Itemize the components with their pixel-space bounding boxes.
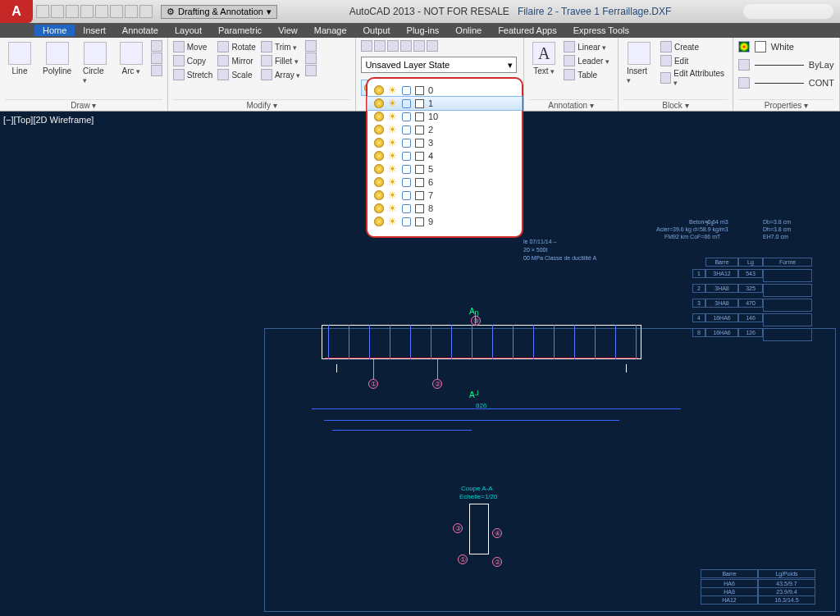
tb-line: Beton=0.64 m3 (689, 219, 728, 225)
lineweight-combo[interactable]: ByLay (738, 58, 834, 71)
app-logo[interactable]: A (0, 0, 33, 23)
layer-option-3[interactable]: ☀3 (368, 136, 522, 149)
stretch-button[interactable]: Stretch (173, 68, 213, 81)
tab-manage[interactable]: Manage (306, 25, 355, 36)
layer-option-8[interactable]: ☀8 (368, 202, 522, 215)
qat-saveall-icon[interactable] (80, 5, 94, 18)
linear-button[interactable]: Linear (564, 40, 609, 53)
section-mark-4: ④ (492, 528, 502, 538)
layer-option-1[interactable]: ☀1 (368, 97, 522, 110)
offset-icon[interactable] (305, 65, 317, 76)
layer-name: 8 (428, 203, 433, 213)
layermatch-icon[interactable] (427, 40, 438, 52)
text-button[interactable]: AText (529, 40, 559, 77)
section-scale: Echelle=1/20 (459, 493, 497, 500)
move-button[interactable]: Move (173, 40, 213, 53)
panel-block-title[interactable]: Block ▾ (623, 99, 728, 111)
tab-view[interactable]: View (270, 25, 306, 36)
tab-online[interactable]: Online (447, 25, 490, 36)
section-mark-2: ② (492, 557, 502, 567)
stirrup (451, 325, 452, 359)
color-combo[interactable]: White (738, 40, 834, 53)
qat-open-icon[interactable] (51, 5, 64, 18)
layerfrz-icon[interactable] (400, 40, 412, 52)
layeroff-icon[interactable] (374, 40, 386, 52)
tab-output[interactable]: Output (355, 25, 399, 36)
qat-undo-icon[interactable] (125, 5, 138, 18)
viewport-label[interactable]: [−][Top][2D Wireframe] (3, 115, 94, 125)
forme-cell (763, 328, 812, 341)
rect-icon[interactable] (151, 40, 162, 52)
create-icon (660, 41, 672, 52)
layerlock-icon[interactable] (413, 40, 425, 52)
layer-option-5[interactable]: ☀5 (368, 162, 522, 176)
tb-class: 00 MPa Classe de ductilité A (523, 255, 596, 261)
tab-plugins[interactable]: Plug-ins (399, 25, 448, 36)
layeriso-icon[interactable] (387, 40, 399, 52)
stretch-icon (173, 69, 185, 80)
mirror-button[interactable]: Mirror (217, 54, 255, 67)
panel-draw-title[interactable]: Draw ▾ (5, 99, 162, 111)
layer-option-4[interactable]: ☀4 (368, 149, 522, 162)
tab-layout[interactable]: Layout (167, 25, 210, 36)
stirrup (513, 325, 514, 359)
layer-option-7[interactable]: ☀7 (368, 189, 522, 202)
qat-redo-icon[interactable] (139, 5, 153, 18)
tab-home[interactable]: Home (34, 25, 75, 36)
move-icon (173, 41, 185, 52)
panel-modify-title[interactable]: Modify ▾ (173, 99, 351, 111)
layer-state-combo[interactable]: Unsaved Layer State▾ (361, 57, 517, 73)
tab-annotate[interactable]: Annotate (114, 25, 167, 36)
arc-button[interactable]: Arc (116, 40, 146, 77)
edit-button[interactable]: Edit (660, 54, 728, 67)
search-box[interactable] (743, 4, 833, 19)
bulb-icon (374, 217, 384, 226)
polyline-button[interactable]: Polyline (39, 40, 75, 77)
copy-button[interactable]: Copy (173, 54, 213, 67)
line-button[interactable]: Line (5, 40, 34, 77)
trim-button[interactable]: Trim (261, 40, 300, 53)
layer-option-6[interactable]: ☀6 (368, 176, 522, 189)
lock-icon (402, 99, 411, 108)
circle-button[interactable]: Circle (80, 40, 112, 86)
create-button[interactable]: Create (660, 40, 728, 53)
linetype-combo[interactable]: CONT (738, 76, 834, 89)
array-icon (261, 69, 272, 80)
qat-print-icon[interactable] (110, 5, 123, 18)
tab-parametric[interactable]: Parametric (210, 25, 270, 36)
rotate-button[interactable]: Rotate (217, 40, 255, 53)
tb-line: FM92 km CoF=66 mT (664, 234, 720, 240)
tab-express[interactable]: Express Tools (565, 25, 637, 36)
ellipse-icon[interactable] (151, 52, 162, 64)
hatch-icon[interactable] (151, 65, 162, 76)
layer-option-2[interactable]: ☀2 (368, 123, 522, 136)
explode-icon[interactable] (305, 52, 317, 64)
table-button[interactable]: Table (564, 68, 609, 81)
editattr-button[interactable]: Edit Attributes (660, 68, 728, 88)
stirrup (390, 325, 390, 359)
fillet-button[interactable]: Fillet (261, 54, 300, 67)
window-title: AutoCAD 2013 - NOT FOR RESALE Filaire 2 … (277, 6, 743, 17)
qat-save-icon[interactable] (66, 5, 79, 18)
insert-button[interactable]: Insert (623, 40, 655, 86)
workspace-selector[interactable]: ⚙ Drafting & Annotation ▾ (161, 5, 277, 19)
erase-icon[interactable] (305, 40, 317, 52)
section-mark-a-bot: A┘ (469, 390, 481, 399)
leader-button[interactable]: Leader (564, 54, 609, 67)
layer-option-0[interactable]: ☀0 (368, 84, 522, 97)
sun-icon: ☀ (388, 151, 398, 161)
tab-insert[interactable]: Insert (75, 25, 114, 36)
panel-annotation-title[interactable]: Annotation ▾ (529, 99, 613, 111)
qat-new-icon[interactable] (36, 5, 49, 18)
qat-plot-icon[interactable] (95, 5, 108, 18)
sun-icon: ☀ (388, 112, 398, 121)
tab-featured[interactable]: Featured Apps (490, 25, 565, 36)
tb-line: EH7.0 cm (763, 234, 788, 240)
layer-option-10[interactable]: ☀10 (368, 110, 522, 123)
layerprops-icon[interactable] (361, 40, 372, 52)
scale-button[interactable]: Scale (217, 68, 255, 81)
ft: Lg/Poids (758, 569, 815, 578)
array-button[interactable]: Array (261, 68, 300, 81)
panel-properties-title[interactable]: Properties ▾ (738, 99, 834, 111)
layer-option-9[interactable]: ☀9 (368, 215, 522, 228)
